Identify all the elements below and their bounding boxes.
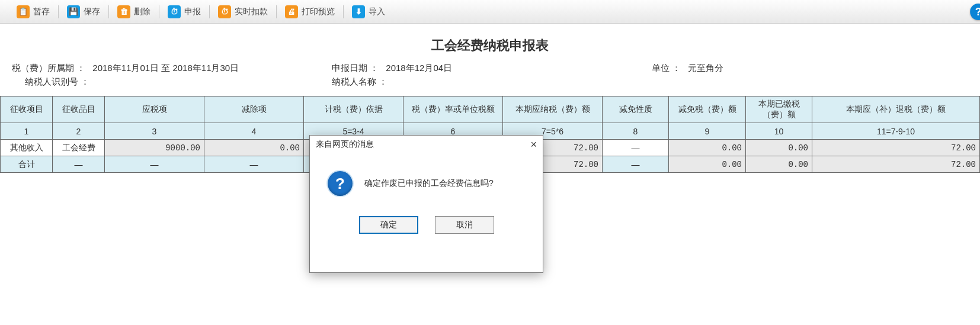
total-label: 合计 — [1, 156, 53, 173]
taxpayer-name-label: 纳税人名称 ： — [332, 76, 387, 88]
close-icon[interactable]: × — [530, 139, 537, 150]
download-icon: ⬇ — [352, 5, 365, 18]
declare-date-value: 2018年12月04日 — [386, 63, 452, 74]
toolbar-separator — [209, 5, 210, 18]
toolbar-item-label: 暂存 — [33, 7, 50, 17]
dialog-message: 确定作废已申报的工会经费信息吗? — [364, 178, 494, 189]
total-refund: 72.00 — [812, 156, 980, 173]
th-refund: 本期应（补）退税（费）额 — [812, 96, 980, 123]
cell-collect-item: 其他收入 — [1, 140, 53, 156]
clock-icon: ⏱ — [168, 5, 181, 18]
formula-cell: 8 — [603, 123, 669, 140]
cancel-button[interactable]: 取消 — [435, 216, 494, 234]
help-icon[interactable]: ? — [970, 4, 980, 20]
th-exempt-type: 减免性质 — [603, 96, 669, 123]
declare-date-label: 申报日期 ： — [332, 63, 379, 74]
ok-button[interactable]: 确定 — [359, 216, 418, 234]
cell-exempt-amount[interactable]: 0.00 — [669, 140, 746, 156]
total-cell: — — [53, 156, 105, 173]
toolbar-item-label: 申报 — [184, 7, 201, 17]
total-cell: — — [105, 156, 204, 173]
th-taxable: 应税项 — [105, 96, 204, 123]
confirm-dialog: 来自网页的消息 × ? 确定作废已申报的工会经费信息吗? 确定 取消 — [309, 135, 543, 273]
toolbar-separator — [343, 5, 344, 18]
toolbar-item-label: 打印预览 — [302, 7, 335, 17]
printer-icon: 🖨 — [285, 5, 298, 18]
question-icon: ? — [328, 171, 353, 196]
cell-collect-product: 工会经费 — [53, 140, 105, 156]
total-cell: — — [603, 156, 669, 173]
unit-value: 元至角分 — [688, 63, 723, 74]
formula-cell: 3 — [105, 123, 204, 140]
th-tax-due: 本期应纳税（费）额 — [503, 96, 603, 123]
th-exempt-amount: 减免税（费）额 — [669, 96, 746, 123]
toolbar-item-label: 保存 — [84, 7, 100, 17]
total-exempt-amount: 0.00 — [669, 156, 746, 173]
toolbar-item-label: 导入 — [369, 7, 385, 17]
total-paid: 0.00 — [746, 156, 812, 173]
cell-deduction[interactable]: 0.00 — [204, 140, 304, 156]
period-value: 2018年11月01日 至 2018年11月30日 — [92, 63, 239, 74]
cell-exempt-type: — — [603, 140, 669, 156]
clipboard-icon: 📋 — [17, 5, 30, 18]
unit-label: 单位 ： — [652, 63, 681, 74]
cell-refund[interactable]: 72.00 — [812, 140, 980, 156]
cell-paid[interactable]: 0.00 — [746, 140, 812, 156]
cell-taxable[interactable]: 9000.00 — [105, 140, 204, 156]
formula-cell: 10 — [746, 123, 812, 140]
taxpayer-id-label: 纳税人识别号 ： — [25, 76, 89, 88]
page-title: 工会经费纳税申报表 — [0, 37, 980, 54]
clock-icon: ⏱ — [218, 5, 231, 18]
period-label: 税（费）所属期 ： — [12, 63, 85, 74]
app-root: 📋 暂存 💾 保存 🗑 删除 ⏱ 申报 ⏱ 实时扣款 🖨 打印预览 — [0, 0, 980, 325]
total-cell: — — [204, 156, 304, 173]
toolbar-print-button[interactable]: 🖨 打印预览 — [280, 4, 340, 20]
trash-icon: 🗑 — [117, 5, 130, 18]
toolbar-separator — [276, 5, 277, 18]
toolbar-separator — [108, 5, 109, 18]
th-collect-item: 征收项目 — [1, 96, 53, 123]
main-toolbar: 📋 暂存 💾 保存 🗑 删除 ⏱ 申报 ⏱ 实时扣款 🖨 打印预览 — [0, 0, 980, 24]
th-collect-product: 征收品目 — [53, 96, 105, 123]
formula-cell: 2 — [53, 123, 105, 140]
save-icon: 💾 — [67, 5, 80, 18]
formula-cell: 1 — [1, 123, 53, 140]
toolbar-stage-button[interactable]: 📋 暂存 — [12, 4, 55, 20]
th-paid: 本期已缴税（费）额 — [746, 96, 812, 123]
toolbar-item-label: 删除 — [134, 7, 150, 17]
th-tax-rate: 税（费）率或单位税额 — [403, 96, 503, 123]
toolbar-separator — [58, 5, 59, 18]
meta-block: 税（费）所属期 ： 2018年11月01日 至 2018年11月30日 申报日期… — [0, 63, 980, 96]
dialog-title: 来自网页的消息 — [316, 139, 374, 150]
formula-cell: 11=7-9-10 — [812, 123, 980, 140]
toolbar-delete-button[interactable]: 🗑 删除 — [113, 4, 155, 20]
toolbar-deduct-button[interactable]: ⏱ 实时扣款 — [213, 4, 273, 20]
toolbar-declare-button[interactable]: ⏱ 申报 — [163, 4, 206, 20]
toolbar-save-button[interactable]: 💾 保存 — [62, 4, 105, 20]
formula-cell: 4 — [204, 123, 304, 140]
toolbar-item-label: 实时扣款 — [235, 7, 268, 17]
toolbar-separator — [159, 5, 159, 18]
th-tax-basis: 计税（费）依据 — [304, 96, 403, 123]
table-header-row: 征收项目 征收品目 应税项 减除项 计税（费）依据 税（费）率或单位税额 本期应… — [1, 96, 980, 123]
formula-cell: 9 — [669, 123, 746, 140]
th-deduction: 减除项 — [204, 96, 304, 123]
toolbar-import-button[interactable]: ⬇ 导入 — [347, 4, 390, 20]
